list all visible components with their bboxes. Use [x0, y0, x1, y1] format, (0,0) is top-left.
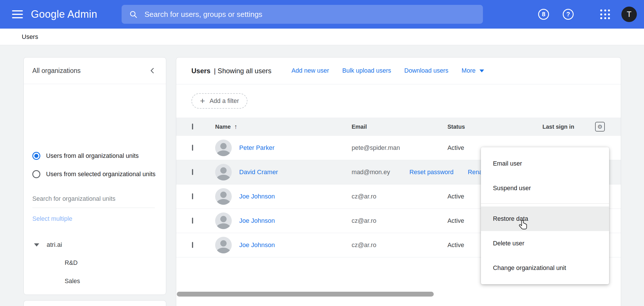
- user-email: pete@spider.man: [352, 144, 447, 152]
- plus-icon: [200, 97, 205, 105]
- page-subtitle: | Showing all users: [214, 67, 272, 75]
- radio-unselected-icon[interactable]: [32, 170, 40, 178]
- user-email: cz@ar.ro: [352, 242, 447, 249]
- user-name-link[interactable]: Joe Johnson: [239, 217, 275, 224]
- radio-option-selected-org-units[interactable]: Users from selected organizational units: [32, 170, 155, 178]
- organizations-panel-footer: [23, 300, 166, 306]
- horizontal-scrollbar-thumb[interactable]: [177, 292, 434, 297]
- menu-icon[interactable]: [11, 8, 25, 21]
- apps-grid-icon[interactable]: [600, 9, 610, 19]
- row-checkbox[interactable]: [192, 242, 193, 248]
- caret-down-icon[interactable]: [34, 243, 39, 247]
- tree-node-label: atri.ai: [47, 241, 62, 249]
- breadcrumb-bar: Users: [0, 29, 644, 45]
- ou-search-input[interactable]: [32, 195, 155, 208]
- radio-option-label: Users from all organizational units: [46, 152, 139, 160]
- avatar: [215, 140, 232, 156]
- avatar: [215, 164, 232, 180]
- sort-ascending-icon[interactable]: [234, 123, 237, 130]
- tree-node-child[interactable]: R&D: [65, 259, 78, 267]
- filter-row: Add a filter: [176, 84, 621, 118]
- select-all-checkbox[interactable]: [192, 124, 193, 130]
- panel-title: All organizations: [32, 67, 81, 75]
- select-multiple-link[interactable]: Select multiple: [32, 215, 72, 222]
- add-new-user-link[interactable]: Add new user: [292, 67, 329, 74]
- person-icon: [215, 164, 232, 180]
- tree-node-root[interactable]: atri.ai: [32, 241, 62, 249]
- reset-password-link[interactable]: Reset password: [409, 160, 453, 184]
- bulk-upload-users-link[interactable]: Bulk upload users: [342, 67, 391, 74]
- breadcrumb[interactable]: Users: [22, 29, 38, 45]
- table-header: Name Email Status Last sign in: [176, 118, 621, 136]
- person-icon: [215, 237, 232, 253]
- person-icon: [215, 212, 232, 229]
- add-filter-label: Add a filter: [210, 98, 239, 105]
- collapse-panel-button[interactable]: [149, 67, 156, 74]
- menu-item-delete-user[interactable]: Delete user: [481, 231, 609, 256]
- global-search[interactable]: [122, 5, 483, 24]
- global-search-input[interactable]: [144, 10, 477, 19]
- avatar: [215, 212, 232, 229]
- column-header-email[interactable]: Email: [352, 124, 447, 130]
- user-context-menu: Email user Suspend user Restore data Del…: [481, 147, 609, 284]
- organizations-panel: All organizations Users from all organiz…: [23, 57, 166, 295]
- add-filter-button[interactable]: Add a filter: [191, 93, 247, 109]
- row-checkbox[interactable]: [192, 193, 193, 199]
- search-icon: [129, 10, 138, 19]
- avatar: [215, 188, 232, 205]
- user-name-link[interactable]: David Cramer: [239, 168, 278, 176]
- row-checkbox[interactable]: [192, 218, 193, 224]
- users-panel-header: Users | Showing all users Add new user B…: [176, 57, 621, 84]
- person-icon: [215, 188, 232, 205]
- person-icon: [215, 140, 232, 156]
- menu-item-email-user[interactable]: Email user: [481, 151, 609, 176]
- more-menu-button[interactable]: More: [461, 67, 484, 74]
- menu-item-restore-data[interactable]: Restore data: [481, 206, 609, 231]
- page-title: Users: [191, 67, 211, 75]
- row-checkbox[interactable]: [192, 145, 193, 151]
- column-header-name[interactable]: Name: [215, 123, 352, 130]
- app-header: Google Admin 8 ? T: [0, 0, 644, 29]
- users-actions: Add new user Bulk upload users Download …: [292, 67, 484, 74]
- more-label: More: [461, 67, 475, 74]
- user-email: cz@ar.ro: [352, 217, 447, 224]
- menu-divider: [481, 203, 609, 204]
- menu-item-change-org-unit[interactable]: Change organizational unit: [481, 256, 609, 280]
- chevron-left-icon: [149, 67, 156, 74]
- download-users-link[interactable]: Download users: [404, 67, 448, 74]
- avatar: [215, 237, 232, 253]
- radio-option-label: Users from selected organizational units: [46, 171, 155, 178]
- user-name-link[interactable]: Joe Johnson: [239, 193, 275, 200]
- radio-option-all-org-units[interactable]: Users from all organizational units: [32, 152, 139, 160]
- column-header-last-sign-in[interactable]: Last sign in: [542, 124, 595, 130]
- user-name-link[interactable]: Peter Parker: [239, 144, 275, 152]
- notification-badge-icon[interactable]: 8: [538, 9, 549, 20]
- product-logo: Google Admin: [31, 0, 97, 29]
- column-header-status[interactable]: Status: [447, 124, 542, 130]
- user-avatar[interactable]: T: [621, 7, 637, 22]
- row-checkbox[interactable]: [192, 169, 193, 175]
- caret-down-icon: [479, 69, 484, 72]
- user-email: cz@ar.ro: [352, 193, 447, 200]
- organizations-panel-header: All organizations: [24, 57, 166, 84]
- help-icon[interactable]: ?: [563, 9, 574, 20]
- tree-node-child[interactable]: Sales: [65, 278, 80, 285]
- manage-columns-icon[interactable]: [595, 122, 605, 132]
- user-name-link[interactable]: Joe Johnson: [239, 241, 275, 249]
- menu-item-suspend-user[interactable]: Suspend user: [481, 176, 609, 200]
- radio-selected-icon[interactable]: [32, 152, 40, 160]
